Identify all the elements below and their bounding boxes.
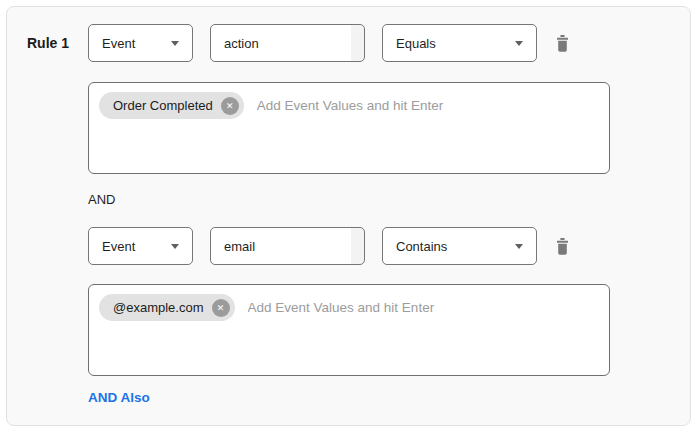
condition-1-values-box[interactable]: Order Completed ✕ xyxy=(88,82,610,174)
chevron-down-icon xyxy=(515,41,523,46)
value-tag-label: @example.com xyxy=(113,300,204,315)
chevron-down-icon xyxy=(171,244,179,249)
condition-1-values-input[interactable] xyxy=(257,92,599,119)
rule-title: Rule 1 xyxy=(27,24,88,62)
condition-2-operator-label: Contains xyxy=(396,239,447,254)
condition-2-operator-select[interactable]: Contains xyxy=(382,227,537,265)
trash-icon xyxy=(555,35,570,52)
condition-2-values-box[interactable]: @example.com ✕ xyxy=(88,284,610,376)
condition-1-type-label: Event xyxy=(102,36,135,51)
condition-row-1: Event Equals xyxy=(88,24,610,62)
rule-body: Event Equals Order Completed ✕ xyxy=(88,24,610,425)
remove-tag-close-icon[interactable]: ✕ xyxy=(221,97,239,115)
chevron-down-icon xyxy=(171,41,179,46)
condition-2-property-input[interactable] xyxy=(210,227,365,265)
trash-icon xyxy=(555,238,570,255)
rule-card: Rule 1 Event Equals xyxy=(6,6,691,426)
condition-1-type-select[interactable]: Event xyxy=(88,24,193,62)
conjunction-label: AND xyxy=(88,192,610,207)
value-tag-label: Order Completed xyxy=(113,98,213,113)
condition-1-operator-label: Equals xyxy=(396,36,436,51)
condition-2-values-input[interactable] xyxy=(248,294,599,321)
condition-2-delete-button[interactable] xyxy=(554,237,570,255)
condition-2-type-select[interactable]: Event xyxy=(88,227,193,265)
and-also-link[interactable]: AND Also xyxy=(88,390,150,405)
chevron-down-icon xyxy=(515,244,523,249)
remove-tag-close-icon[interactable]: ✕ xyxy=(212,299,230,317)
condition-1-delete-button[interactable] xyxy=(554,34,570,52)
condition-row-2: Event Contains xyxy=(88,227,610,265)
condition-1-property-input[interactable] xyxy=(210,24,365,62)
value-tag: Order Completed ✕ xyxy=(99,92,244,119)
condition-1-operator-select[interactable]: Equals xyxy=(382,24,537,62)
value-tag: @example.com ✕ xyxy=(99,294,235,321)
condition-2-type-label: Event xyxy=(102,239,135,254)
